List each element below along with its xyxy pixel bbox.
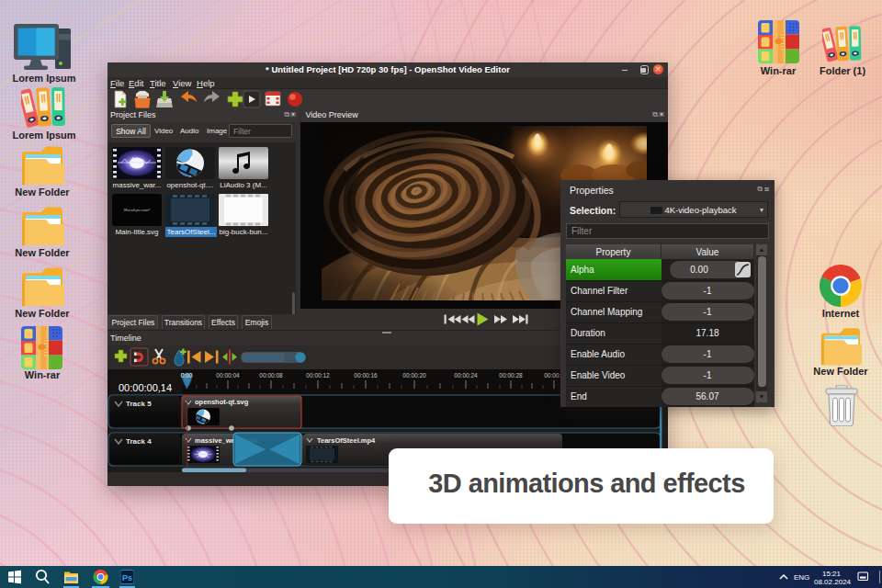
- svg-text:Track 4: Track 4: [126, 437, 152, 446]
- svg-text:openshot-qt.svg: openshot-qt.svg: [195, 398, 249, 406]
- svg-text:00:00:04: 00:00:04: [216, 372, 240, 379]
- svg-text:00:00:24: 00:00:24: [454, 372, 478, 379]
- svg-text:Ps: Ps: [122, 573, 132, 582]
- svg-text:00:00:20: 00:00:20: [402, 372, 426, 379]
- svg-text:massive_war...: massive_war...: [113, 181, 162, 189]
- svg-text:00:00:12: 00:00:12: [306, 372, 330, 379]
- svg-text:Track 5: Track 5: [126, 400, 152, 408]
- svg-text:LiAudio 3 (M...: LiAudio 3 (M...: [220, 181, 267, 189]
- svg-text:0:00: 0:00: [181, 372, 193, 379]
- svg-text:TearsOfSteel.mp4: TearsOfSteel.mp4: [317, 436, 376, 445]
- svg-text:What will you create?: What will you create?: [124, 209, 151, 212]
- svg-text:big-buck-bun...: big-buck-bun...: [220, 228, 268, 236]
- svg-text:00:00:16: 00:00:16: [354, 372, 378, 379]
- svg-text:00:00:28: 00:00:28: [499, 372, 523, 379]
- svg-text:TearsOfSteel...: TearsOfSteel...: [167, 228, 216, 236]
- svg-text:00:00:08: 00:00:08: [259, 372, 283, 379]
- svg-text:Main-title.svg: Main-title.svg: [115, 228, 158, 236]
- svg-text:openshot-qt....: openshot-qt....: [166, 181, 213, 189]
